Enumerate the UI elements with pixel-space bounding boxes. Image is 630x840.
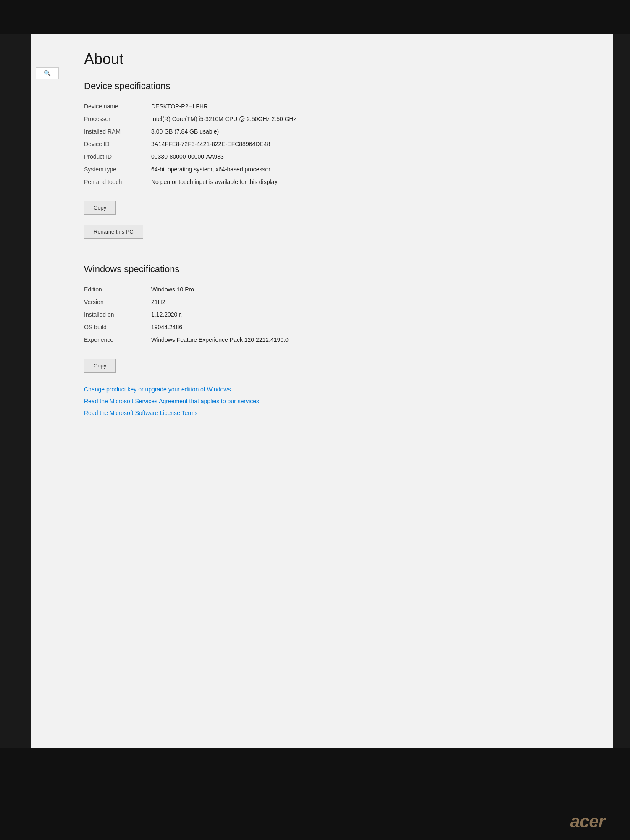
spec-label: Version — [84, 296, 151, 308]
bezel-top — [0, 0, 630, 34]
table-row: Pen and touch No pen or touch input is a… — [84, 176, 588, 188]
table-row: OS build 19044.2486 — [84, 321, 588, 333]
spec-label: Installed RAM — [84, 125, 151, 138]
spec-value: 8.00 GB (7.84 GB usable) — [151, 125, 588, 138]
windows-specs-table: Edition Windows 10 Pro Version 21H2 Inst… — [84, 283, 588, 346]
settings-link[interactable]: Change product key or upgrade your editi… — [84, 386, 588, 393]
search-box[interactable]: 🔍 — [36, 67, 59, 79]
search-icon: 🔍 — [44, 70, 51, 76]
spec-value: 00330-80000-00000-AA983 — [151, 150, 588, 163]
screen: 🔍 About Device specifications Device nam… — [32, 34, 613, 748]
bezel-bottom: acer — [0, 748, 630, 840]
windows-copy-button[interactable]: Copy — [84, 359, 116, 373]
rename-pc-button[interactable]: Rename this PC — [84, 225, 143, 239]
spec-label: Edition — [84, 283, 151, 296]
table-row: Experience Windows Feature Experience Pa… — [84, 333, 588, 346]
table-row: Edition Windows 10 Pro — [84, 283, 588, 296]
spec-label: Experience — [84, 333, 151, 346]
device-specs-table: Device name DESKTOP-P2HLFHR Processor In… — [84, 100, 588, 188]
device-specs-section: Device specifications Device name DESKTO… — [84, 81, 588, 251]
windows-specs-section: Windows specifications Edition Windows 1… — [84, 264, 588, 378]
table-row: Device name DESKTOP-P2HLFHR — [84, 100, 588, 113]
table-row: Installed RAM 8.00 GB (7.84 GB usable) — [84, 125, 588, 138]
spec-label: Device ID — [84, 138, 151, 150]
spec-value: 64-bit operating system, x64-based proce… — [151, 163, 588, 176]
settings-link[interactable]: Read the Microsoft Software License Term… — [84, 410, 588, 416]
spec-value: 3A14FFE8-72F3-4421-822E-EFC88964DE48 — [151, 138, 588, 150]
spec-label: Product ID — [84, 150, 151, 163]
spec-value: No pen or touch input is available for t… — [151, 176, 588, 188]
page-title: About — [84, 50, 588, 68]
table-row: Product ID 00330-80000-00000-AA983 — [84, 150, 588, 163]
settings-link[interactable]: Read the Microsoft Services Agreement th… — [84, 398, 588, 404]
spec-value: 21H2 — [151, 296, 588, 308]
table-row: Processor Intel(R) Core(TM) i5-3210M CPU… — [84, 113, 588, 125]
spec-label: Processor — [84, 113, 151, 125]
links-section: Change product key or upgrade your editi… — [84, 386, 588, 416]
spec-value: Intel(R) Core(TM) i5-3210M CPU @ 2.50GHz… — [151, 113, 588, 125]
table-row: Installed on 1.12.2020 г. — [84, 308, 588, 321]
main-content: About Device specifications Device name … — [63, 34, 613, 748]
device-specs-title: Device specifications — [84, 81, 588, 92]
table-row: Device ID 3A14FFE8-72F3-4421-822E-EFC889… — [84, 138, 588, 150]
table-row: System type 64-bit operating system, x64… — [84, 163, 588, 176]
sidebar: 🔍 — [32, 34, 63, 748]
spec-label: System type — [84, 163, 151, 176]
spec-label: Device name — [84, 100, 151, 113]
windows-specs-title: Windows specifications — [84, 264, 588, 275]
table-row: Version 21H2 — [84, 296, 588, 308]
spec-value: Windows Feature Experience Pack 120.2212… — [151, 333, 588, 346]
spec-value: Windows 10 Pro — [151, 283, 588, 296]
spec-label: Pen and touch — [84, 176, 151, 188]
spec-value: DESKTOP-P2HLFHR — [151, 100, 588, 113]
spec-label: Installed on — [84, 308, 151, 321]
spec-value: 1.12.2020 г. — [151, 308, 588, 321]
spec-label: OS build — [84, 321, 151, 333]
device-copy-button[interactable]: Copy — [84, 201, 116, 215]
acer-logo: acer — [570, 811, 605, 832]
spec-value: 19044.2486 — [151, 321, 588, 333]
